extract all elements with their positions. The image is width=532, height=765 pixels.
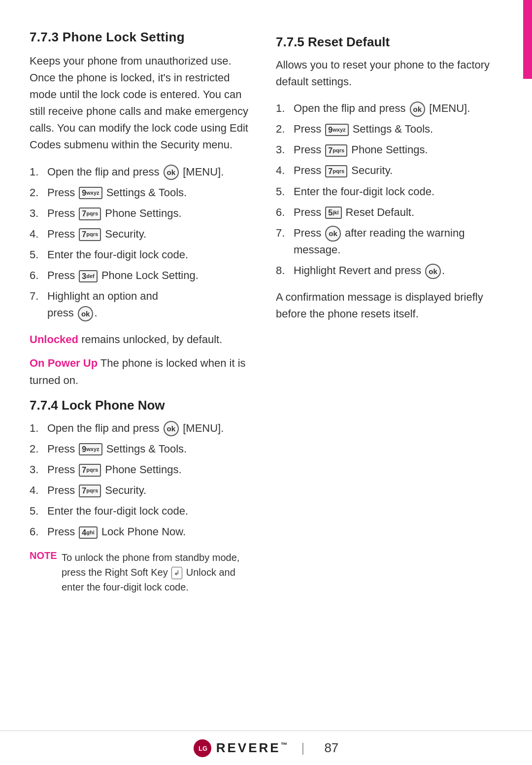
note-label: NOTE — [30, 550, 57, 594]
svg-text:LG: LG — [199, 745, 207, 752]
step-774-6: 6. Press 4ghi Lock Phone Now. — [30, 523, 256, 540]
footer: LG REVERE™ | 87 — [0, 730, 532, 765]
key-7pqrs-b: 7pqrs — [79, 228, 101, 241]
section-774: 7.7.4 Lock Phone Now 1. Open the flip an… — [30, 398, 256, 595]
step-774-1: 1. Open the flip and press ok [MENU]. — [30, 420, 256, 437]
key-9wxyz: 9wxyz — [79, 187, 102, 199]
ok-key-775-1: ok — [410, 102, 426, 117]
section-775-description: Allows you to reset your phone to the fa… — [276, 57, 502, 90]
section-775: 7.7.5 Reset Default Allows you to reset … — [276, 35, 502, 322]
step-775-8: 8. Highlight Revert and press ok. — [276, 262, 502, 279]
left-column: 7.7.3 Phone Lock Setting Keeps your phon… — [30, 30, 256, 730]
key-774-9wxyz: 9wxyz — [79, 443, 102, 455]
step-773-7: 7. Highlight an option andpress ok. — [30, 288, 256, 321]
unlocked-label: Unlocked — [30, 333, 78, 346]
key-775-7pqrs-b: 7pqrs — [325, 165, 347, 177]
lg-logo: LG — [194, 739, 211, 757]
content-area: 7.7.3 Phone Lock Setting Keeps your phon… — [0, 0, 532, 730]
note-text: To unlock the phone from standby mode, p… — [62, 550, 256, 594]
section-775-title: 7.7.5 Reset Default — [276, 35, 502, 50]
section-775-steps: 1. Open the flip and press ok [MENU]. 2.… — [276, 100, 502, 279]
step-775-4: 4. Press 7pqrs Security. — [276, 162, 502, 179]
step-773-2: 2. Press 9wxyz Settings & Tools. — [30, 184, 256, 201]
step-775-7: 7. Press ok after reading the warning me… — [276, 225, 502, 258]
lg-logo-svg: LG — [196, 742, 209, 755]
section-773-title: 7.7.3 Phone Lock Setting — [30, 30, 256, 45]
footer-separator: | — [301, 740, 305, 756]
step-774-5: 5. Enter the four-digit lock code. — [30, 503, 256, 520]
key-774-7pqrs-b: 7pqrs — [79, 485, 101, 497]
step-773-6: 6. Press 3def Phone Lock Setting. — [30, 267, 256, 284]
ok-key-775-8: ok — [425, 264, 441, 279]
key-3def: 3def — [79, 270, 97, 282]
section-774-note: NOTE To unlock the phone from standby mo… — [30, 550, 256, 594]
unlocked-text: remains unlocked, by default. — [78, 333, 222, 346]
key-774-4ghi: 4ghi — [79, 526, 97, 539]
key-775-5jkl: 5jkl — [325, 207, 341, 219]
section-773-description: Keeps your phone from unauthorized use. … — [30, 53, 256, 154]
step-775-3: 3. Press 7pqrs Phone Settings. — [276, 141, 502, 158]
ok-key-badge: ok — [164, 165, 179, 180]
ok-key-badge-2: ok — [78, 306, 94, 321]
footer-brand: REVERE™ — [216, 740, 290, 756]
section-774-steps: 1. Open the flip and press ok [MENU]. 2.… — [30, 420, 256, 541]
step-775-6: 6. Press 5jkl Reset Default. — [276, 204, 502, 221]
step-773-3: 3. Press 7pqrs Phone Settings. — [30, 205, 256, 222]
page-number: 87 — [324, 740, 338, 756]
page-container: 7.7.3 Phone Lock Setting Keeps your phon… — [0, 0, 532, 765]
key-774-7pqrs-a: 7pqrs — [79, 464, 101, 476]
section-773-steps: 1. Open the flip and press ok [MENU]. 2.… — [30, 164, 256, 322]
footer-logo-group: LG REVERE™ — [194, 739, 290, 757]
key-7pqrs-a: 7pqrs — [79, 208, 101, 220]
onpowerup-note: On Power Up The phone is locked when it … — [30, 355, 256, 388]
step-773-1: 1. Open the flip and press ok [MENU]. — [30, 164, 256, 180]
unlocked-note: Unlocked remains unlocked, by default. — [30, 331, 256, 348]
step-774-2: 2. Press 9wxyz Settings & Tools. — [30, 441, 256, 457]
step-774-3: 3. Press 7pqrs Phone Settings. — [30, 461, 256, 478]
right-column: 7.7.5 Reset Default Allows you to reset … — [276, 30, 502, 730]
step-773-4: 4. Press 7pqrs Security. — [30, 226, 256, 243]
key-775-9wxyz: 9wxyz — [325, 124, 348, 136]
step-775-2: 2. Press 9wxyz Settings & Tools. — [276, 121, 502, 138]
step-773-5: 5. Enter the four-digit lock code. — [30, 246, 256, 263]
step-774-4: 4. Press 7pqrs Security. — [30, 482, 256, 499]
step-775-1: 1. Open the flip and press ok [MENU]. — [276, 100, 502, 117]
section-774-title: 7.7.4 Lock Phone Now — [30, 398, 256, 413]
key-775-7pqrs-a: 7pqrs — [325, 144, 347, 157]
onpowerup-label: On Power Up — [30, 357, 98, 369]
ok-key-774-1: ok — [164, 421, 179, 436]
step-775-5: 5. Enter the four-digit lock code. — [276, 183, 502, 200]
section-773: 7.7.3 Phone Lock Setting Keeps your phon… — [30, 30, 256, 389]
confirmation-text: A confirmation message is displayed brie… — [276, 289, 502, 322]
ok-key-775-7: ok — [325, 226, 341, 241]
